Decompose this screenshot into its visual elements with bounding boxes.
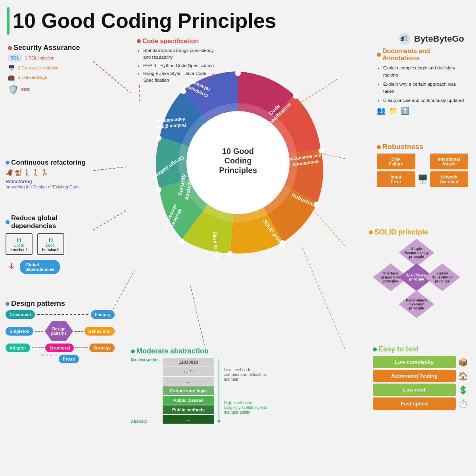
h-label-1: H xyxy=(10,236,28,243)
node-adapter: Adapter xyxy=(6,344,30,352)
abs-descriptions: Low level code complex and difficult to … xyxy=(224,358,267,424)
easy-test-dot xyxy=(373,347,377,351)
panel-design: Design patterns Creational Factory Singl… xyxy=(6,299,115,363)
panel-code-spec: Code specification Standardization bring… xyxy=(137,38,216,101)
code-spec-dot xyxy=(137,39,141,43)
test-rows: Low complexity 📦 Automated Testing 🏠 Low… xyxy=(373,356,468,410)
automated-testing-box: Automated Testing xyxy=(373,370,456,382)
local-label-2: Local xyxy=(42,243,60,248)
solid-diagram: SingleResponsibilityprinciple InterfaceS… xyxy=(369,239,464,318)
evo-3: 🚶 xyxy=(23,169,31,177)
panel-solid: SOLID principle SingleResponsibilityprin… xyxy=(369,228,468,318)
local-box-2: H Local Function2 xyxy=(37,233,64,255)
dash-3 xyxy=(75,331,83,332)
design-row-2: Singleton Designpatterns Behavioral xyxy=(6,321,115,341)
network-box: NetworkOverload xyxy=(430,171,468,187)
svg-text:Coding: Coding xyxy=(225,156,252,165)
node-strategy: Strategy xyxy=(89,344,115,352)
abstract-label: Abstract xyxy=(131,383,159,424)
svg-point-2 xyxy=(235,71,241,76)
shield-icon: 🛡️ xyxy=(8,84,19,95)
server-icon: 🖥️ xyxy=(417,174,428,184)
robustness-title: Robustness xyxy=(382,143,423,151)
node-creational: Creational xyxy=(6,310,35,319)
speed-icon: ⏱️ xyxy=(458,399,468,409)
sql-box: SQL xyxy=(8,54,22,61)
abs-logic: Extract core logic xyxy=(163,386,214,395)
dash-1 xyxy=(37,314,88,315)
code-spec-item-2: PEP 8 --Python Code Specification xyxy=(143,62,216,69)
function-label-1: Function1 xyxy=(10,248,28,252)
abstraction-table: No abstraction Abstract 11010010 +,-,*,/… xyxy=(131,358,286,424)
low-cost-box: Low cost xyxy=(373,384,456,396)
svg-text:Principles: Principles xyxy=(219,166,257,175)
abs-ops: +,-,*,/ xyxy=(163,367,214,376)
global-cloud: Globaldependencies xyxy=(20,260,60,274)
arrow-icon: ⬆️ xyxy=(401,106,409,115)
docs-item-2: Explain why a certain approach was taken xyxy=(383,81,468,95)
abs-dots1: ... xyxy=(163,377,214,386)
abs-desc-top: Low level code complex and difficult to … xyxy=(224,367,267,382)
security-title: Security Assurance xyxy=(13,44,80,52)
solid-liskov: LiskovSubstitutionprinciple xyxy=(424,263,460,291)
node-behavioral: Behavioral xyxy=(84,327,115,336)
dash-6 xyxy=(41,355,57,363)
code-spec-line xyxy=(139,85,216,101)
design-title: Design patterns xyxy=(11,299,65,308)
design-row-4: Proxy xyxy=(6,355,115,363)
panel-global-dep: Reduce globaldependencies H Local Functi… xyxy=(6,214,97,274)
svg-line-43 xyxy=(93,210,127,230)
abstract-title: Moderate abstraction xyxy=(136,347,209,355)
disk-failure-box: DiskFailure xyxy=(377,154,415,169)
abs-dots2: ... xyxy=(163,415,214,424)
security-dot xyxy=(8,46,12,50)
abs-binary: 11010010 xyxy=(163,358,214,367)
refactor-desc: Imporving the Design of Existing Code xyxy=(6,184,95,189)
node-proxy: Proxy xyxy=(59,355,79,363)
svg-point-3 xyxy=(293,93,298,99)
arrow-down-icon xyxy=(6,262,17,270)
intentional-attack-box: IntentionalAttack xyxy=(430,154,468,169)
solid-dot xyxy=(369,230,373,234)
solid-dependency: DependencyInversionprinciple xyxy=(399,290,434,318)
people-icon: 👥 xyxy=(377,106,386,115)
input-error-box: InputError xyxy=(377,171,415,187)
svg-line-35 xyxy=(93,61,131,93)
title-bar: 10 Good Coding Principles xyxy=(7,7,276,35)
svg-point-9 xyxy=(156,187,161,192)
evo-1: 🦧 xyxy=(6,169,13,177)
svg-point-10 xyxy=(156,135,161,141)
code-spec-item-1: Standardization brings consistency and r… xyxy=(143,47,216,61)
evo-2: 🐒 xyxy=(14,169,22,177)
abs-arrow-col xyxy=(216,358,222,424)
abstract-dot xyxy=(131,349,135,353)
docs-icons: 👥 📁 ⬆️ xyxy=(377,106,468,115)
test-row-automated: Automated Testing 🏠 xyxy=(373,370,468,382)
test-row-cost: Low cost 💲 xyxy=(373,384,468,396)
solid-single: SingleResponsibilityprinciple xyxy=(399,239,434,267)
refactor-subtitle: Refactoring xyxy=(6,179,95,184)
abs-methods: Public methods xyxy=(163,405,214,414)
page-title: 10 Good Coding Principles xyxy=(13,10,276,32)
svg-text:B: B xyxy=(400,36,404,42)
cost-icon: 💲 xyxy=(458,385,468,395)
design-row-3: Adapter Structural Strategy xyxy=(6,344,115,352)
refactor-title: Continuous refactoring xyxy=(11,159,86,167)
solid-title: SOLID principle xyxy=(374,228,428,236)
svg-point-8 xyxy=(179,238,184,244)
design-diagram: Creational Factory Singleton Designpatte… xyxy=(6,310,115,363)
abs-labels: No abstraction Abstract xyxy=(131,358,159,424)
logo-text: ByteByteGo xyxy=(414,34,464,44)
global-dep-title: Reduce globaldependencies xyxy=(11,214,57,230)
function-label-2: Function2 xyxy=(42,248,60,252)
local-box-1: H Local Function1 xyxy=(6,233,33,255)
node-design-patterns: Designpatterns xyxy=(45,321,73,341)
node-factory: Factory xyxy=(91,310,115,319)
dash-5 xyxy=(75,347,88,348)
automated-icon: 🏠 xyxy=(458,371,468,381)
test-row-complexity: Low complexity 📦 xyxy=(373,356,468,368)
global-cloud-row: Globaldependencies xyxy=(6,258,97,274)
svg-point-7 xyxy=(227,251,233,257)
svg-text:10 Good: 10 Good xyxy=(222,147,254,155)
abs-desc-bottom: High level code simplicity,scalability,a… xyxy=(224,400,267,415)
